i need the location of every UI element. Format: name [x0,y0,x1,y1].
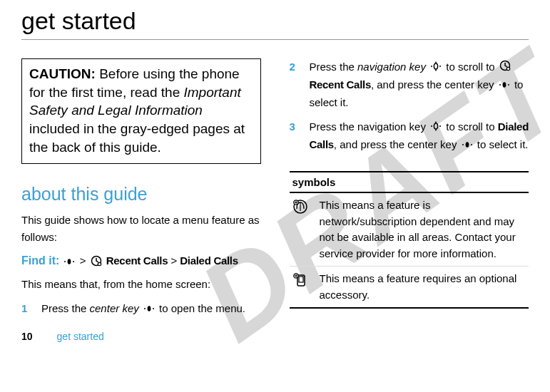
s3-d: to select it. [477,138,529,150]
step-2: 2 Press the navigation key to scroll to … [290,58,529,111]
svg-point-16 [499,84,501,86]
s1-b: to open the menu. [159,302,245,314]
step-2-num: 2 [290,58,298,111]
svg-point-22 [435,130,437,131]
caution-label: CAUTION: [29,66,96,81]
page-title: get started [21,0,529,40]
page-footer: 10 get started [21,331,529,342]
svg-point-2 [73,261,74,262]
svg-point-6 [144,308,146,309]
page-content: get started CAUTION: Before using the ph… [0,0,550,348]
svg-point-12 [435,70,437,71]
svg-point-18 [434,123,437,129]
page-number: 10 [21,331,33,342]
find-it-label: Find it: [21,254,59,267]
s1-ital: center key [90,302,139,314]
svg-point-14 [506,67,509,70]
svg-point-4 [98,262,101,265]
section-heading: about this guide [21,184,261,205]
means-intro: This means that, from the home screen: [21,276,261,293]
step-1: 1 Press the center key to open the menu. [21,300,261,318]
svg-point-23 [465,142,469,148]
symbols-row2-text: This means a feature requires an optiona… [320,271,526,303]
s3-b: to scroll to [446,120,498,133]
s2-item: Recent Calls [310,78,371,91]
caution-box: CAUTION: Before using the phone for the … [21,58,261,164]
recent-calls-icon [91,255,102,269]
step-3-num: 3 [290,118,298,154]
symbols-row1-text: This means a feature is network/subscrip… [320,197,526,262]
step-3: 3 Press the navigation key to scroll to … [290,118,529,154]
svg-point-20 [439,125,441,127]
symbols-row-accessory: This means a feature requires an optiona… [290,266,529,307]
svg-point-11 [435,62,437,63]
center-key-icon [499,77,510,94]
right-column: 2 Press the navigation key to scroll to … [290,58,529,318]
center-key-icon [143,301,155,318]
sep1: > [80,254,89,267]
svg-point-5 [148,306,151,311]
s2-a: Press the [310,61,358,73]
center-key-icon [63,256,75,268]
network-dependent-icon [292,197,311,262]
center-key-icon [462,137,473,154]
symbols-row-network: This means a feature is network/subscrip… [290,193,529,266]
s3-c: , and press the center key [334,138,460,150]
left-column: CAUTION: Before using the phone for the … [21,58,261,318]
svg-point-25 [471,144,472,145]
svg-point-1 [64,261,66,262]
symbols-header: symbols [290,172,529,193]
sep2: > [170,254,180,267]
nav-key-icon [430,119,442,136]
svg-point-0 [68,259,71,264]
s1-a: Press the [41,302,90,314]
svg-point-9 [431,66,432,67]
svg-point-19 [431,125,432,127]
s3-a: Press the navigation key [310,120,429,133]
accessory-required-icon [292,271,311,303]
svg-point-10 [439,66,441,67]
svg-rect-32 [299,277,303,282]
find-it-line: Find it: > Recent Calls > Dialed Calls [21,254,261,269]
symbols-table: symbols This means a feature is network/… [290,171,529,309]
s2-ital: navigation key [357,61,426,73]
s2-b: to scroll to [446,61,498,73]
svg-point-7 [153,308,154,309]
footer-title: get started [57,331,104,342]
recent-calls-icon [499,59,511,76]
svg-point-8 [434,63,438,69]
guide-intro: This guide shows how to locate a menu fe… [21,212,261,246]
svg-point-15 [502,82,506,88]
svg-point-21 [435,122,437,123]
nav-key-icon [430,59,442,76]
svg-point-24 [462,144,464,145]
find-it-item1: Recent Calls [106,254,168,267]
find-it-item2: Dialed Calls [180,254,238,267]
caution-text-after: included in the gray-edged pages at the … [29,121,245,155]
step-1-num: 1 [21,300,30,318]
svg-point-17 [508,84,509,86]
s2-c: , and press the center key [371,78,497,91]
